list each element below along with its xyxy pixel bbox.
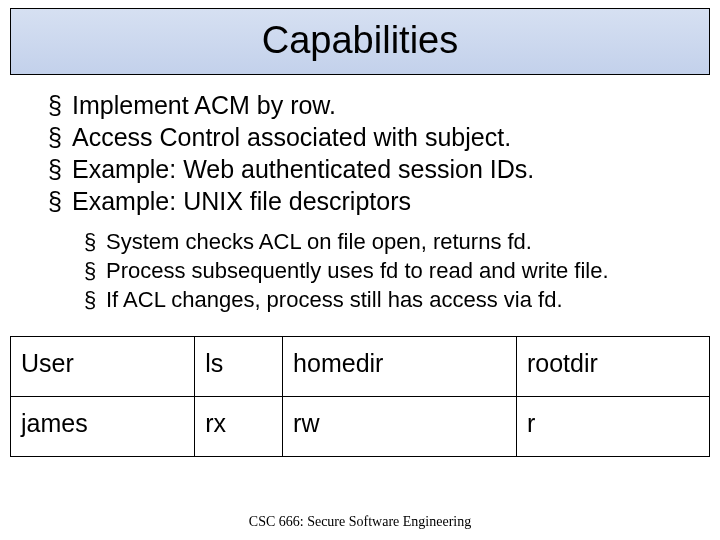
table-cell: homedir <box>283 337 517 397</box>
list-item: Example: UNIX file descriptors <box>48 185 690 217</box>
table-cell: rw <box>283 397 517 457</box>
capabilities-table: User ls homedir rootdir james rx rw r <box>10 336 710 457</box>
slide-content: Implement ACM by row. Access Control ass… <box>0 75 720 314</box>
list-item: Access Control associated with subject. <box>48 121 690 153</box>
table-row: User ls homedir rootdir <box>11 337 710 397</box>
table-cell: ls <box>195 337 283 397</box>
slide-title: Capabilities <box>11 19 709 62</box>
table-cell: r <box>516 397 709 457</box>
table-cell: rx <box>195 397 283 457</box>
list-item: Implement ACM by row. <box>48 89 690 121</box>
list-item: Example: Web authenticated session IDs. <box>48 153 690 185</box>
list-item: Process subsequently uses fd to read and… <box>84 256 690 285</box>
table-cell: james <box>11 397 195 457</box>
list-item: If ACL changes, process still has access… <box>84 285 690 314</box>
list-item: System checks ACL on file open, returns … <box>84 227 690 256</box>
table-row: james rx rw r <box>11 397 710 457</box>
title-bar: Capabilities <box>10 8 710 75</box>
table-cell: rootdir <box>516 337 709 397</box>
main-bullet-list: Implement ACM by row. Access Control ass… <box>30 89 690 217</box>
sub-bullet-list: System checks ACL on file open, returns … <box>30 227 690 314</box>
slide-footer: CSC 666: Secure Software Engineering <box>0 514 720 530</box>
table-cell: User <box>11 337 195 397</box>
